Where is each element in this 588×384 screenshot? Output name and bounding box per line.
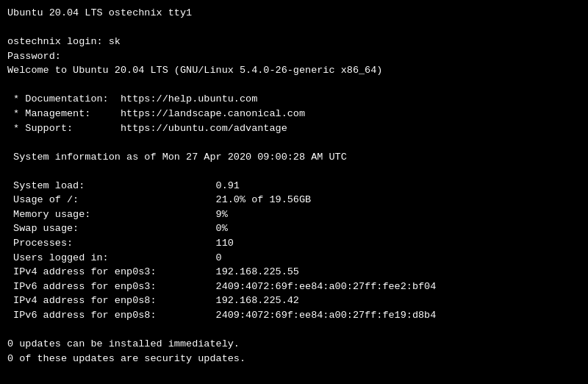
- blank-line-5: [7, 322, 581, 337]
- login-line: ostechnix login: sk: [7, 35, 581, 49]
- usage-line: Usage of /: 21.0% of 19.56GB: [7, 193, 581, 207]
- sysload-line: System load: 0.91: [7, 179, 581, 193]
- ipv4-enp0s3-line: IPv4 address for enp0s3: 192.168.225.55: [7, 265, 581, 280]
- updates-line-1: 0 updates can be installed immediately.: [7, 337, 581, 352]
- updates-line-2: 0 of these updates are security updates.: [7, 352, 581, 366]
- ipv6-enp0s8-line: IPv6 address for enp0s8: 2409:4072:69f:e…: [7, 308, 581, 323]
- blank-line-7: [7, 380, 581, 384]
- doc-line: * Documentation: https://help.ubuntu.com: [7, 92, 581, 107]
- blank-line-4: [7, 164, 581, 179]
- terminal-window: Ubuntu 20.04 LTS ostechnix tty1 ostechni…: [0, 0, 588, 384]
- welcome-line: Welcome to Ubuntu 20.04 LTS (GNU/Linux 5…: [7, 63, 581, 78]
- password-line: Password:: [7, 49, 581, 64]
- ipv4-enp0s8-line: IPv4 address for enp0s8: 192.168.225.42: [7, 294, 581, 308]
- ipv6-enp0s3-line: IPv6 address for enp0s3: 2409:4072:69f:e…: [7, 280, 581, 294]
- memory-line: Memory usage: 9%: [7, 207, 581, 222]
- support-line: * Support: https://ubuntu.com/advantage: [7, 121, 581, 136]
- title-line: Ubuntu 20.04 LTS ostechnix tty1: [7, 6, 581, 21]
- sysinfo-line: System information as of Mon 27 Apr 2020…: [7, 150, 581, 165]
- blank-line-2: [7, 78, 581, 93]
- swap-line: Swap usage: 0%: [7, 221, 581, 236]
- blank-line-6: [7, 366, 581, 380]
- blank-line-1: [7, 21, 581, 35]
- processes-line: Processes: 110: [7, 236, 581, 251]
- mgmt-line: * Management: https://landscape.canonica…: [7, 107, 581, 121]
- users-line: Users logged in: 0: [7, 251, 581, 266]
- blank-line-3: [7, 135, 581, 150]
